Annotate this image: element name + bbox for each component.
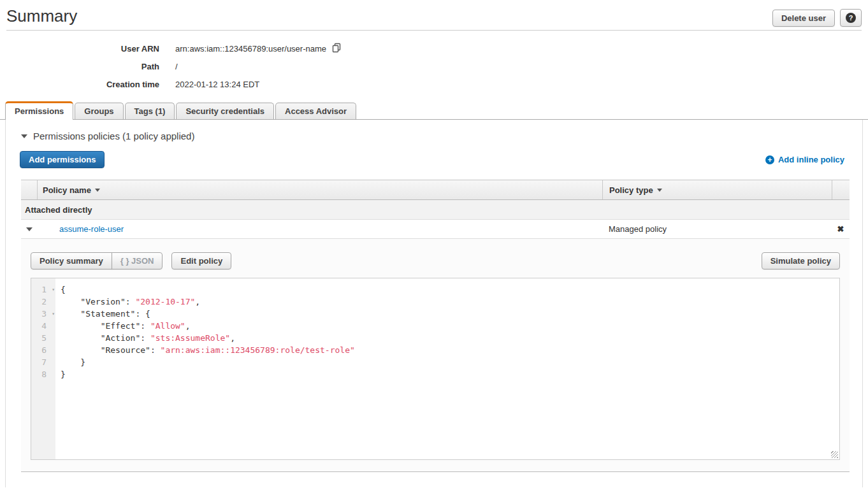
tab-tags[interactable]: Tags (1) (125, 103, 175, 119)
policy-detail-panel: Policy summary { } JSON Edit policy Simu… (21, 239, 850, 472)
tab-permissions[interactable]: Permissions (5, 101, 73, 120)
collapse-caret-icon (21, 134, 27, 138)
policy-name-link[interactable]: assume-role-user (59, 224, 124, 234)
line-number: 2 (31, 296, 55, 308)
policy-type-value: Managed policy (602, 224, 832, 234)
policy-type-header-label: Policy type (609, 185, 653, 195)
policy-table: Policy name Policy type Attached directl… (21, 180, 850, 472)
field-creation-time: Creation time 2022-01-12 13:24 EDT (0, 75, 868, 93)
line-number: 3▾ (31, 308, 55, 320)
row-expander[interactable] (21, 227, 38, 231)
fold-arrow-icon[interactable]: ▾ (52, 283, 55, 296)
permissions-toolbar: Add permissions + Add inline policy (6, 151, 862, 168)
code-line: "Effect": "Allow", (61, 320, 839, 332)
creation-time-value: 2022-01-12 13:24 EDT (175, 80, 259, 89)
table-row-assume-role-user: assume-role-user Managed policy ✖ (21, 220, 850, 239)
editor-code[interactable]: { "Version": "2012-10-17", "Statement": … (55, 278, 839, 459)
help-button[interactable]: ? (840, 9, 862, 27)
sort-caret-icon (657, 189, 662, 192)
add-inline-policy-link[interactable]: + Add inline policy (765, 155, 844, 164)
policy-type-column-header[interactable]: Policy type (602, 180, 832, 199)
path-value: / (175, 62, 178, 71)
policy-view-toggle: Policy summary { } JSON (31, 252, 163, 269)
help-icon: ? (846, 13, 856, 23)
code-line: } (61, 356, 839, 368)
expand-caret-icon (26, 227, 33, 231)
code-line: "Version": "2012-10-17", (61, 296, 839, 308)
field-path: Path / (0, 57, 868, 75)
tab-groups[interactable]: Groups (75, 103, 123, 119)
fold-arrow-icon[interactable]: ▾ (52, 308, 55, 320)
line-number: 4 (31, 320, 55, 332)
tab-bar: Permissions Groups Tags (1) Security cre… (0, 101, 868, 120)
policy-detail-toolbar: Policy summary { } JSON Edit policy Simu… (31, 252, 840, 269)
code-line: "Statement": { (61, 308, 839, 320)
permissions-policies-heading[interactable]: Permissions policies (1 policy applied) (6, 120, 862, 141)
editor-resize-handle[interactable] (831, 451, 838, 458)
group-row-attached-directly: Attached directly (21, 200, 850, 220)
line-number: 1▾ (31, 283, 55, 296)
line-number: 7 (31, 356, 55, 368)
permissions-policies-heading-label: Permissions policies (1 policy applied) (33, 131, 194, 141)
line-number: 5 (31, 332, 55, 344)
policy-name-column-header[interactable]: Policy name (38, 180, 602, 199)
tab-access-advisor[interactable]: Access Advisor (275, 103, 356, 119)
policy-json-editor[interactable]: 1▾23▾45678 { "Version": "2012-10-17", "S… (31, 278, 840, 460)
policy-name-header-label: Policy name (43, 185, 91, 195)
page-header: Summary Delete user ? (0, 0, 868, 30)
code-line: "Action": "sts:AssumeRole", (61, 332, 839, 344)
detach-policy-icon[interactable]: ✖ (832, 224, 850, 234)
line-number: 8 (31, 368, 55, 380)
expand-column-header (21, 180, 38, 199)
edit-policy-button[interactable]: Edit policy (171, 252, 231, 269)
path-label: Path (0, 62, 159, 71)
tab-security-credentials[interactable]: Security credentials (176, 103, 274, 119)
json-view-button[interactable]: { } JSON (112, 252, 163, 269)
add-permissions-button[interactable]: Add permissions (20, 151, 105, 168)
delete-user-button[interactable]: Delete user (772, 10, 835, 27)
plus-circle-icon: + (765, 155, 774, 164)
action-column-header (832, 180, 850, 199)
simulate-policy-button[interactable]: Simulate policy (762, 252, 840, 269)
header-actions: Delete user ? (772, 6, 862, 27)
editor-gutter: 1▾23▾45678 (31, 278, 55, 459)
code-line: { (61, 283, 839, 296)
policy-table-header: Policy name Policy type (21, 180, 850, 200)
field-user-arn: User ARN arn:aws:iam::123456789:user/use… (0, 39, 868, 57)
creation-time-label: Creation time (0, 80, 159, 89)
user-arn-label: User ARN (0, 44, 159, 54)
page-title: Summary (6, 6, 77, 25)
copy-icon[interactable] (331, 43, 342, 55)
add-inline-policy-label: Add inline policy (778, 155, 844, 164)
code-line: } (61, 368, 839, 380)
policy-summary-button[interactable]: Policy summary (31, 252, 112, 269)
user-arn-value: arn:aws:iam::123456789:user/user-name (175, 44, 326, 54)
permissions-tab-panel: Permissions policies (1 policy applied) … (5, 120, 863, 487)
code-line: "Resource": "arn:aws:iam::123456789:role… (61, 344, 839, 356)
line-number: 6 (31, 344, 55, 356)
sort-caret-icon (95, 189, 100, 192)
summary-fields: User ARN arn:aws:iam::123456789:user/use… (0, 31, 868, 93)
